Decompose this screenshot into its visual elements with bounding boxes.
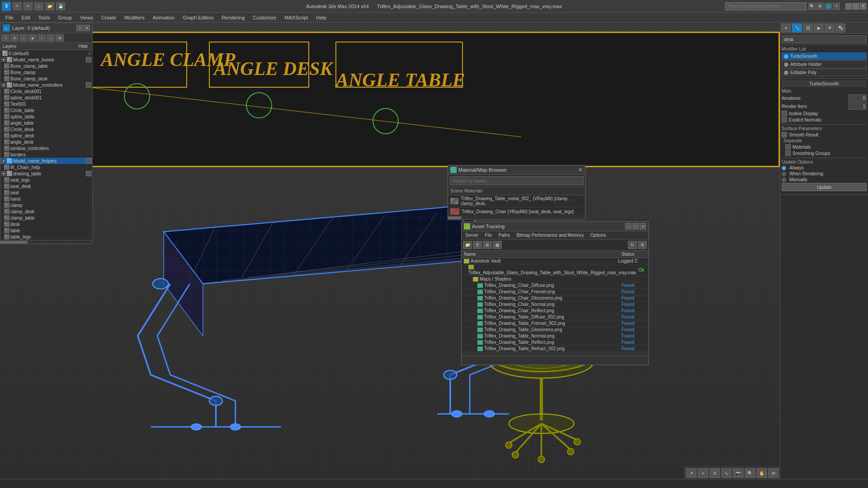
layer-item-drawing-table[interactable]: ▼ ☰ drawing_table [0, 170, 92, 177]
asset-item-vault[interactable]: Autodesk Vault Logged C [462, 258, 648, 264]
material-item-chair[interactable]: Triflex_Drawing_Chair (VRayMtl) [seat_de… [448, 207, 585, 216]
modifier-editable-poly[interactable]: Editable Poly [782, 69, 867, 76]
modifier-attribute-holder[interactable]: Attribute Holder [782, 61, 867, 68]
layer-item-hand[interactable]: ─ hand [0, 196, 92, 202]
asset-item-chair-diffuse[interactable]: Triflex_Drawing_Chair_Diffuse.png Found [462, 282, 648, 289]
close-button[interactable]: ✕ [860, 3, 866, 9]
layer-item-window-controllers[interactable]: ─ window_controllers [0, 145, 92, 151]
toolbar-undo[interactable]: ↶ [13, 2, 22, 10]
maximize-button[interactable]: □ [853, 3, 859, 9]
layers-move-up[interactable]: ↑ [38, 34, 46, 42]
vt-scale[interactable]: ⤡ [721, 468, 732, 478]
asset-minimize[interactable]: ─ [625, 223, 632, 230]
layers-new[interactable]: + [1, 34, 9, 42]
ts-iterations-input[interactable] [849, 94, 867, 102]
vt-pan[interactable]: ✋ [756, 468, 767, 478]
menu-views[interactable]: Views [76, 14, 97, 21]
layer-item-clamp-desk[interactable]: ─ clamp_desk [0, 208, 92, 215]
toolbar-new[interactable]: □ [34, 2, 43, 10]
layers-help-button[interactable]: ? [76, 25, 83, 31]
rt-motion[interactable]: ▶ [814, 23, 824, 33]
asset-tb-4[interactable]: ▦ [493, 241, 502, 249]
asset-item-table-normal[interactable]: Triflex_Drawing_Table_Normal.png Found [462, 333, 648, 339]
layer-item-circle-desk[interactable]: ─ Circle_desk [0, 126, 92, 132]
ts-isoline-checkbox[interactable] [782, 111, 787, 116]
asset-item-chair-frensel[interactable]: Triflex_Drawing_Chair_Frensel.png Found [462, 289, 648, 295]
menu-tools[interactable]: Tools [35, 14, 54, 21]
asset-close[interactable]: ✕ [640, 223, 646, 230]
layer-item-text001[interactable]: ─ Text001 [0, 101, 92, 107]
asset-item-table-reflect[interactable]: Triflex_Drawing_Table_Reflect.png Found [462, 339, 648, 346]
ts-materials-checkbox[interactable] [785, 144, 791, 150]
layers-close-button[interactable]: ✕ [84, 25, 90, 31]
layer-item-clamp-table[interactable]: ─ clamp_table [0, 215, 92, 221]
asset-menu-file[interactable]: File [482, 232, 495, 238]
vt-zoom[interactable]: 🔍 [745, 468, 755, 478]
layer-item-model-name-bones[interactable]: ▼ ☰ Model_name_bones [0, 56, 92, 63]
asset-tb-2[interactable]: ☰ [473, 241, 482, 249]
layer-item-table[interactable]: ─ table [0, 227, 92, 234]
menu-animation[interactable]: Animation [149, 14, 179, 21]
help-button[interactable]: ? [833, 3, 840, 10]
layer-item-bone-clamp-table[interactable]: ─ Bone_clamp_table [0, 63, 92, 69]
menu-customize[interactable]: Customize [249, 14, 280, 21]
asset-item-main-file[interactable]: Triflex_Adjustable_Glass_Drawing_Table_w… [462, 264, 648, 276]
layers-select-by-layer[interactable]: ◈ [28, 34, 37, 42]
material-search-input[interactable] [449, 176, 584, 185]
asset-item-chair-normal[interactable]: Triflex_Drawing_Chair_Normal.png Found [462, 301, 648, 308]
right-panel-search[interactable] [782, 35, 867, 43]
viewport[interactable]: [+] [Perspective] [Shaded + Edged Faces]… [0, 23, 780, 488]
vt-select[interactable]: ↗ [686, 468, 697, 478]
menu-rendering[interactable]: Rendering [218, 14, 249, 21]
menu-edit[interactable]: Edit [18, 14, 34, 21]
menu-modifiers[interactable]: Modifiers [121, 14, 148, 21]
asset-menu-server[interactable]: Server [462, 232, 481, 238]
rt-modify[interactable]: 🔧 [792, 23, 802, 33]
layers-horizontal-scrollbar[interactable] [0, 240, 92, 244]
layer-item-bone-clamp[interactable]: ─ Bone_clamp [0, 69, 92, 75]
search-options[interactable]: ▼ [816, 3, 824, 10]
asset-menu-options[interactable]: Options [588, 232, 609, 238]
menu-group[interactable]: Group [54, 14, 75, 21]
layer-item-angle-table[interactable]: ─ angle_table [0, 120, 92, 126]
search-web[interactable]: 🌐 [825, 3, 832, 10]
asset-item-table-frensel[interactable]: Triflex_Drawing_Table_Frensel_002.png Fo… [462, 320, 648, 327]
layers-scroll-thumb[interactable] [0, 241, 28, 244]
layer-item-clamp[interactable]: ─ clamp [0, 202, 92, 208]
toolbar-save[interactable]: 💾 [56, 2, 65, 10]
rt-hierarchy[interactable]: ⛓ [803, 23, 813, 33]
vt-move[interactable]: + [698, 468, 708, 478]
layers-move-down[interactable]: ↓ [47, 34, 55, 42]
ts-update-button[interactable]: Update [782, 183, 867, 191]
ts-render-iters-input[interactable] [849, 103, 867, 110]
layer-item-spline-table[interactable]: ─ spline_table [0, 113, 92, 120]
layer-item-seat[interactable]: ─ seat [0, 189, 92, 196]
asset-tb-settings[interactable]: ⚙ [638, 241, 647, 249]
toolbar-redo[interactable]: ↷ [24, 2, 33, 10]
layer-item-borders[interactable]: ─ borders [0, 151, 92, 158]
asset-scrollbar[interactable] [462, 352, 648, 356]
menu-help[interactable]: Help [312, 14, 330, 21]
asset-item-table-refract[interactable]: Triflex_Drawing_Table_Refract_002.png Fo… [462, 346, 648, 352]
asset-item-maps-folder[interactable]: Maps / Shaders [462, 276, 648, 282]
asset-maximize[interactable]: □ [632, 223, 639, 230]
menu-maxscript[interactable]: MAXScript [281, 14, 311, 21]
layers-delete[interactable]: ✕ [10, 34, 19, 42]
layers-settings[interactable]: ⚙ [56, 34, 64, 42]
ts-explicit-normals-checkbox[interactable] [782, 117, 787, 122]
asset-item-table-glossiness[interactable]: Triflex_Drawing_Table_Glossiness.png Fou… [462, 327, 648, 333]
vt-rotate[interactable]: ↻ [709, 468, 720, 478]
asset-menu-paths[interactable]: Paths [496, 232, 513, 238]
toolbar-open[interactable]: 📂 [45, 2, 54, 10]
layer-item-model-name-helpers[interactable]: ▼ ☰ Model_name_helpers [0, 158, 92, 164]
layer-item-bone-clamp-desk[interactable]: ─ Bone_clamp_desk [0, 75, 92, 82]
ts-smooth-result-checkbox[interactable] [782, 132, 787, 137]
layer-item-desk[interactable]: ─ desk [0, 221, 92, 227]
ts-when-rendering-radio[interactable] [782, 172, 786, 176]
menu-file[interactable]: File [2, 14, 17, 21]
minimize-button[interactable]: ─ [845, 3, 852, 9]
search-button[interactable]: 🔍 [808, 3, 816, 10]
asset-scroll-input[interactable] [462, 356, 648, 365]
layer-item-angle-desk[interactable]: ─ angle_desk [0, 139, 92, 145]
modifier-turbosmooth[interactable]: TurboSmooth [782, 52, 867, 60]
